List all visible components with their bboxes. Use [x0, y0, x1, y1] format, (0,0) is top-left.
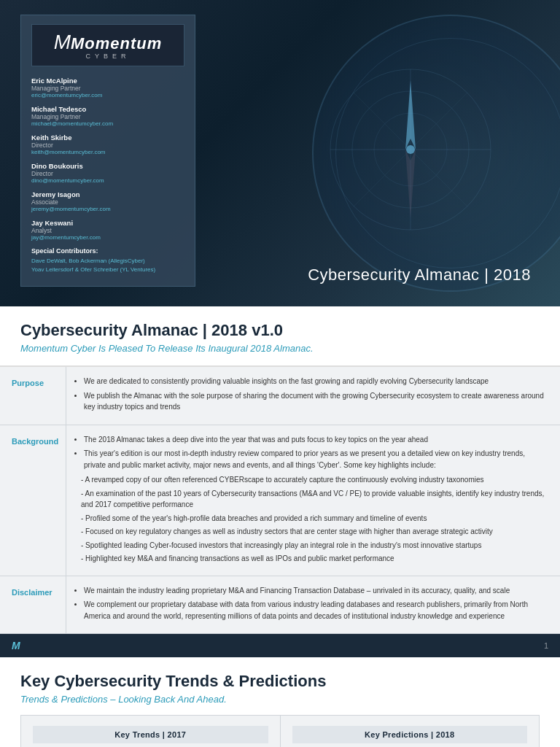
purpose-label: Purpose: [0, 367, 66, 425]
hero-title-block: Cybersecurity Almanac | 2018: [308, 266, 531, 285]
almanac-title: Cybersecurity Almanac | 2018 v1.0: [20, 321, 540, 340]
section2-subtitle: Trends & Predictions – Looking Back And …: [20, 694, 540, 705]
contrib-names: Dave DeWalt, Bob Ackerman (AllegisCyber)…: [31, 257, 184, 274]
person-email-2: keith@momentumcyber.com: [31, 149, 184, 155]
background-dash-5: Highlighted key M&A and financing transa…: [81, 553, 545, 565]
person-title-2: Director: [31, 142, 184, 149]
info-table: Purpose We are dedicated to consistently…: [0, 366, 560, 634]
person-name-2: Keith Skirbe: [31, 133, 184, 142]
background-dash-2: Profiled some of the year's high-profile…: [81, 513, 545, 525]
trend-header-right: Key Predictions | 2018: [292, 726, 528, 743]
purpose-content: We are dedicated to consistently providi…: [66, 367, 560, 425]
hero-title: Cybersecurity Almanac | 2018: [308, 266, 531, 285]
person-email-0: eric@momentumcyber.com: [31, 92, 184, 98]
person-3: Dino Boukouris Director dino@momentumcyb…: [31, 162, 184, 184]
disclaimer-content: We maintain the industry leading proprie…: [66, 576, 560, 634]
footer-page: 1: [544, 641, 548, 650]
trends-row: Key Trends | 2017 Another Milestone Year…: [20, 715, 540, 747]
background-row: Background The 2018 Almanac takes a deep…: [0, 425, 560, 576]
people-list: Eric McAlpine Managing Partner eric@mome…: [31, 77, 184, 241]
disclaimer-label: Disclaimer: [0, 576, 66, 634]
person-title-5: Analyst: [31, 227, 184, 234]
person-4: Jeremy Isagon Associate jeremy@momentumc…: [31, 190, 184, 212]
person-title-3: Director: [31, 170, 184, 177]
person-0: Eric McAlpine Managing Partner eric@mome…: [31, 77, 184, 98]
page-footer: M 1: [0, 634, 560, 657]
logo-m: M: [54, 31, 71, 54]
person-5: Jay Keswani Analyst jay@momentumcyber.co…: [31, 219, 184, 241]
person-title-1: Managing Partner: [31, 113, 184, 120]
background-dash-4: Spotlighted leading Cyber-focused invest…: [81, 540, 545, 551]
person-name-0: Eric McAlpine: [31, 77, 184, 85]
disclaimer-bullet-1: We complement our proprietary database w…: [84, 599, 545, 622]
person-name-1: Michael Tedesco: [31, 105, 184, 113]
trend-card-right: Key Predictions | 2018 Large Tech Vendor…: [280, 716, 540, 747]
purpose-bullet-0: We are dedicated to consistently providi…: [84, 376, 545, 387]
sidebar-card: M Momentum CYBER Eric McAlpine Managing …: [20, 15, 195, 287]
logo-text: Momentum: [71, 34, 162, 53]
person-title-4: Associate: [31, 198, 184, 206]
compass-graphic: [319, 58, 502, 241]
purpose-row: Purpose We are dedicated to consistently…: [0, 367, 560, 425]
footer-logo: M: [12, 640, 20, 651]
background-content: The 2018 Almanac takes a deep dive into …: [66, 425, 560, 576]
section2: Key Cybersecurity Trends & Predictions T…: [0, 657, 560, 747]
main-section: Cybersecurity Almanac | 2018 v1.0 Moment…: [0, 306, 560, 366]
disclaimer-bullet-0: We maintain the industry leading proprie…: [84, 585, 545, 597]
background-dash-1: An examination of the past 10 years of C…: [81, 488, 545, 511]
background-dash-0: A revamped copy of our often referenced …: [81, 474, 545, 486]
person-2: Keith Skirbe Director keith@momentumcybe…: [31, 133, 184, 155]
person-name-4: Jeremy Isagon: [31, 190, 184, 198]
person-name-5: Jay Keswani: [31, 219, 184, 227]
person-name-3: Dino Boukouris: [31, 162, 184, 170]
logo-box: M Momentum CYBER: [31, 24, 184, 66]
special-contrib-label: Special Contributors:: [31, 247, 184, 255]
disclaimer-row: Disclaimer We maintain the industry lead…: [0, 576, 560, 635]
background-dash-3: Focused on key regulatory changes as wel…: [81, 526, 545, 538]
svg-point-9: [406, 145, 415, 154]
section2-title: Key Cybersecurity Trends & Predictions: [20, 672, 540, 691]
hero-section: M Momentum CYBER Eric McAlpine Managing …: [0, 0, 560, 306]
person-title-0: Managing Partner: [31, 85, 184, 92]
trend-card-left: Key Trends | 2017 Another Milestone Year…: [21, 716, 280, 747]
person-email-1: michael@momentumcyber.com: [31, 120, 184, 127]
background-bullet-0: The 2018 Almanac takes a deep dive into …: [84, 434, 545, 446]
person-email-4: jeremy@momentumcyber.com: [31, 206, 184, 212]
person-1: Michael Tedesco Managing Partner michael…: [31, 105, 184, 127]
background-label: Background: [0, 425, 66, 576]
trend-header-left: Key Trends | 2017: [33, 726, 268, 743]
almanac-subtitle: Momentum Cyber Is Pleased To Release Its…: [20, 343, 540, 354]
purpose-bullet-1: We publish the Almanac with the sole pur…: [84, 390, 545, 413]
person-email-5: jay@momentumcyber.com: [31, 234, 184, 241]
background-bullet-1: This year's edition is our most in-depth…: [84, 448, 545, 471]
person-email-3: dino@momentumcyber.com: [31, 177, 184, 184]
